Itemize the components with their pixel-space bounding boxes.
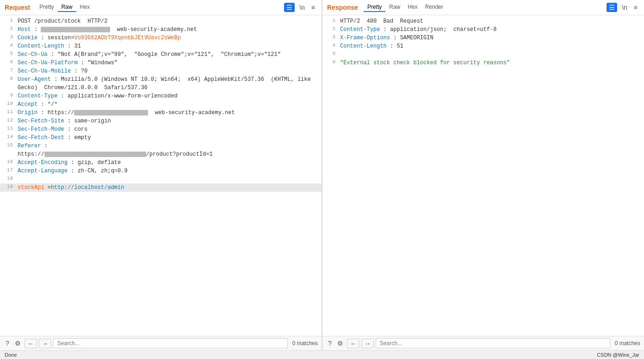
request-header: Request Pretty Raw Hex ☰ \n ≡ <box>0 0 322 15</box>
response-line-2: 2 Content-Type : application/json; chars… <box>322 25 644 34</box>
tab-response-render[interactable]: Render <box>421 3 447 12</box>
request-panel: Request Pretty Raw Hex ☰ \n ≡ 1 POST /pr… <box>0 0 322 350</box>
request-line-15b: https:///product?productId=1 <box>0 150 322 158</box>
response-title: Response <box>327 4 358 11</box>
response-line-4: 4 Content-Length : 51 <box>322 42 644 50</box>
format-icon-request[interactable]: ☰ <box>284 3 295 12</box>
newline-icon-request[interactable]: \n <box>297 3 307 12</box>
credit-text: CSDN @Wine_Jar <box>597 352 639 358</box>
response-header: Response Pretty Raw Hex Render ☰ \n ≡ <box>322 0 644 15</box>
response-line-5: 5 <box>322 50 644 59</box>
request-line-9: 9 Content-Type : application/x-www-form-… <box>0 92 322 100</box>
request-line-5: 5 Sec-Ch-Ua : "Not A(Brand";v="99", "Goo… <box>0 50 322 59</box>
matches-response: 0 matches <box>615 340 640 347</box>
request-bottom-bar: ? ⚙ ← → 0 matches <box>0 336 322 350</box>
tab-response-raw[interactable]: Raw <box>385 3 404 12</box>
forward-btn-request[interactable]: → <box>39 339 51 348</box>
request-line-12: 12 Sec-Fetch-Site : same-origin <box>0 117 322 125</box>
response-tab-actions: ☰ \n ≡ <box>607 3 639 12</box>
request-line-1: 1 POST /product/stock HTTP/2 <box>0 17 322 25</box>
request-line-4: 4 Content-Length : 31 <box>0 42 322 50</box>
request-line-16: 16 Accept-Encoding : gzip, deflate <box>0 158 322 167</box>
response-line-6: 6 "External stock check blocked for secu… <box>322 59 644 67</box>
back-btn-response[interactable]: ← <box>347 339 359 348</box>
response-tab-bar: Pretty Raw Hex Render <box>364 3 607 12</box>
matches-request: 0 matches <box>292 340 318 347</box>
request-line-8b: Gecko) Chrome/121.0.0.0 Safari/537.36 <box>0 84 322 92</box>
status-text: Done <box>5 352 17 358</box>
request-line-14: 14 Sec-Fetch-Dest : empty <box>0 134 322 142</box>
response-line-3: 3 X-Frame-Options : SAMEORIGIN <box>322 34 644 42</box>
status-bar: Done CSDN @Wine_Jar <box>0 350 644 359</box>
request-code-area: 1 POST /product/stock HTTP/2 2 Host : we… <box>0 15 322 336</box>
response-panel: Response Pretty Raw Hex Render ☰ \n ≡ 1 … <box>322 0 644 350</box>
request-tab-actions: ☰ \n ≡ <box>284 3 317 12</box>
request-line-11: 11 Origin : https:// web-security-academ… <box>0 109 322 117</box>
request-line-2: 2 Host : web-security-academy.net <box>0 25 322 34</box>
response-line-1: 1 HTTP/2 400 Bad Request <box>322 17 644 25</box>
tab-request-pretty[interactable]: Pretty <box>36 3 57 12</box>
tab-response-pretty[interactable]: Pretty <box>364 3 385 12</box>
menu-icon-request[interactable]: ≡ <box>310 3 317 12</box>
format-icon-response[interactable]: ☰ <box>607 3 617 12</box>
request-line-17: 17 Accept-Language : zh-CN, zh;q=0.9 <box>0 167 322 175</box>
response-bottom-bar: ? ⚙ ← → 0 matches <box>322 336 644 350</box>
request-line-6: 6 Sec-Ch-Ua-Platform : "Windows" <box>0 59 322 67</box>
menu-icon-response[interactable]: ≡ <box>632 3 639 12</box>
request-tab-bar: Pretty Raw Hex <box>36 3 284 12</box>
response-code-area: 1 HTTP/2 400 Bad Request 2 Content-Type … <box>322 15 644 336</box>
settings-btn-request[interactable]: ⚙ <box>13 339 23 348</box>
request-line-19: 19 stockApi =http://localhost/admin <box>0 183 322 192</box>
help-btn-request[interactable]: ? <box>4 339 11 348</box>
request-line-7: 7 Sec-Ch-Ua-Mobile : ?0 <box>0 67 322 75</box>
settings-btn-response[interactable]: ⚙ <box>335 339 345 348</box>
search-input-request[interactable] <box>53 338 288 348</box>
request-line-3: 3 Cookie : session=Vo93G62ADbT9XqenbbJEt… <box>0 34 322 42</box>
request-line-15: 15 Referer : <box>0 142 322 150</box>
forward-btn-response[interactable]: → <box>361 339 374 348</box>
request-line-18: 18 <box>0 175 322 183</box>
request-line-10: 10 Accept : */* <box>0 100 322 109</box>
help-btn-response[interactable]: ? <box>326 339 334 348</box>
tab-request-hex[interactable]: Hex <box>76 3 93 12</box>
search-input-response[interactable] <box>376 338 610 348</box>
request-title: Request <box>5 4 30 11</box>
tab-request-raw[interactable]: Raw <box>58 3 76 12</box>
newline-icon-response[interactable]: \n <box>620 3 629 12</box>
back-btn-request[interactable]: ← <box>25 339 37 348</box>
request-line-8: 8 User-Agent : Mozilla/5.0 (Windows NT 1… <box>0 75 322 84</box>
tab-response-hex[interactable]: Hex <box>404 3 421 12</box>
request-line-13: 13 Sec-Fetch-Mode : cors <box>0 125 322 134</box>
